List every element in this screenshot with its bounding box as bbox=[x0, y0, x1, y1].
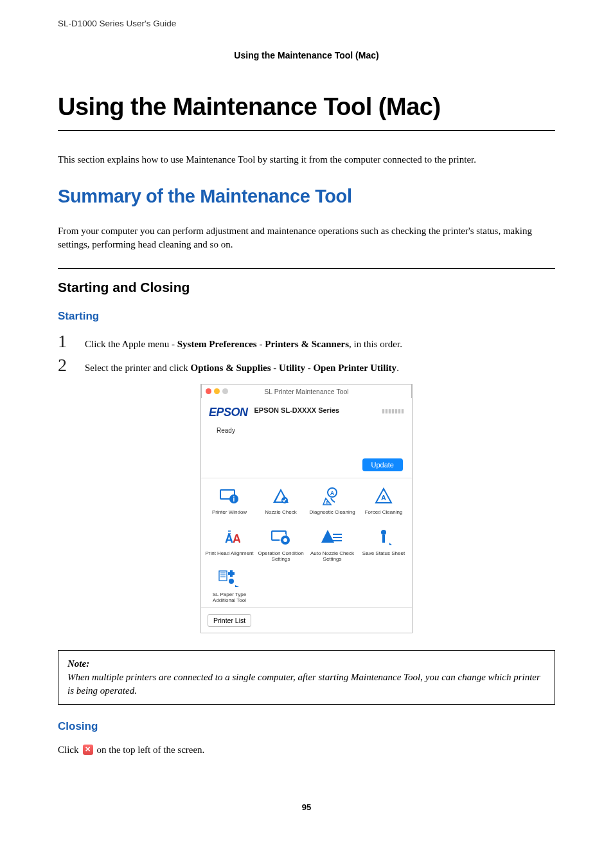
auto-nozzle-check-settings-icon bbox=[321, 527, 344, 548]
step-2-bold-3: Open Printer Utility bbox=[313, 363, 396, 373]
step-2-post: . bbox=[396, 363, 399, 373]
tile-sl-paper-type-label: SL Paper Type Additional Tool bbox=[204, 592, 255, 603]
step-2-mid2: - bbox=[305, 363, 314, 373]
step-1-mid1: - bbox=[257, 339, 265, 349]
svg-marker-39 bbox=[235, 585, 239, 587]
window-title: SL Printer Maintenance Tool bbox=[202, 387, 411, 397]
svg-text:A: A bbox=[381, 494, 386, 502]
svg-rect-27 bbox=[333, 537, 342, 538]
tile-forced-cleaning[interactable]: A Forced Cleaning bbox=[358, 486, 409, 521]
closing-pre: Click bbox=[58, 743, 79, 757]
tile-diagnostic-cleaning-label: Diagnostic Cleaning bbox=[309, 509, 355, 521]
tile-print-head-alignment[interactable]: A A Print Head Alignment bbox=[204, 527, 255, 562]
doc-section-label: Using the Maintenance Tool (Mac) bbox=[58, 50, 555, 62]
note-body: When multiple printers are connected to … bbox=[67, 671, 546, 698]
print-head-alignment-icon: A A bbox=[218, 527, 241, 548]
tile-auto-nozzle-check-settings[interactable]: Auto Nozzle Check Settings bbox=[306, 527, 358, 562]
minihead-closing: Closing bbox=[58, 719, 555, 734]
svg-text:i: i bbox=[233, 496, 235, 503]
save-status-sheet-icon bbox=[372, 527, 395, 548]
printer-window-icon: i bbox=[218, 486, 241, 507]
epson-logo: EPSON bbox=[209, 404, 248, 420]
step-1-post: , in this order. bbox=[349, 339, 402, 349]
close-icon: ✕ bbox=[83, 745, 93, 755]
svg-text:A: A bbox=[233, 532, 240, 545]
svg-point-29 bbox=[381, 530, 386, 535]
note-label: Note: bbox=[67, 657, 546, 671]
tile-save-status-sheet[interactable]: Save Status Sheet bbox=[358, 527, 409, 562]
tile-diagnostic-cleaning[interactable]: A A Diagnostic Cleaning bbox=[306, 486, 358, 521]
printer-model: EPSON SL-DXXXX Series bbox=[254, 404, 375, 415]
minihead-starting: Starting bbox=[58, 309, 555, 324]
printer-address: ▮▮▮▮▮▮▮ bbox=[382, 404, 404, 415]
step-2-number: 2 bbox=[58, 356, 85, 374]
svg-rect-28 bbox=[333, 540, 342, 541]
subhead-starting-closing: Starting and Closing bbox=[58, 268, 555, 296]
svg-point-38 bbox=[229, 579, 234, 584]
tile-printer-window[interactable]: i Printer Window bbox=[204, 486, 255, 521]
update-button[interactable]: Update bbox=[362, 458, 403, 471]
step-2-bold-2: Utility bbox=[279, 363, 305, 373]
window-titlebar[interactable]: SL Printer Maintenance Tool bbox=[201, 384, 412, 398]
note-box: Note: When multiple printers are connect… bbox=[58, 650, 555, 705]
forced-cleaning-icon: A bbox=[372, 486, 395, 507]
maintenance-tool-window: SL Printer Maintenance Tool EPSON EPSON … bbox=[200, 384, 413, 633]
section-summary-title: Summary of the Maintenance Tool bbox=[58, 183, 555, 210]
tile-operation-condition-settings[interactable]: Operation Condition Settings bbox=[255, 527, 306, 562]
nozzle-check-icon bbox=[269, 486, 292, 507]
tile-printer-window-label: Printer Window bbox=[212, 509, 247, 521]
tile-operation-condition-settings-label: Operation Condition Settings bbox=[255, 550, 306, 562]
operation-condition-settings-icon bbox=[269, 527, 292, 548]
tile-nozzle-check-label: Nozzle Check bbox=[265, 509, 296, 521]
page-title: Using the Maintenance Tool (Mac) bbox=[58, 90, 555, 131]
tile-sl-paper-type-additional-tool[interactable]: SL Paper Type Additional Tool bbox=[204, 568, 255, 603]
tile-nozzle-check[interactable]: Nozzle Check bbox=[255, 486, 306, 521]
svg-rect-37 bbox=[228, 572, 235, 575]
step-1-number: 1 bbox=[58, 332, 85, 350]
step-1-pre: Click the Apple menu - bbox=[85, 339, 177, 349]
svg-text:A: A bbox=[325, 500, 328, 505]
step-2-mid1: - bbox=[271, 363, 280, 373]
page-number: 95 bbox=[58, 802, 555, 813]
tile-print-head-alignment-label: Print Head Alignment bbox=[205, 550, 253, 562]
step-1-bold-2: Printers & Scanners bbox=[265, 339, 349, 349]
svg-marker-31 bbox=[389, 543, 392, 545]
status-text: Ready bbox=[217, 426, 403, 452]
printer-list-button[interactable]: Printer List bbox=[208, 614, 251, 627]
closing-post: on the top left of the screen. bbox=[97, 743, 205, 757]
step-2-text: Select the printer and click Options & S… bbox=[85, 361, 555, 375]
svg-text:A: A bbox=[330, 490, 335, 496]
tile-save-status-sheet-label: Save Status Sheet bbox=[362, 550, 405, 562]
intro-paragraph: This section explains how to use Mainten… bbox=[58, 153, 555, 167]
step-1-text: Click the Apple menu - System Preference… bbox=[85, 338, 555, 351]
svg-rect-30 bbox=[382, 535, 385, 543]
step-1-bold-1: System Preferences bbox=[177, 339, 257, 349]
tile-forced-cleaning-label: Forced Cleaning bbox=[365, 509, 403, 521]
step-2-bold-1: Options & Supplies bbox=[191, 363, 271, 373]
summary-paragraph: From your computer you can perform adjus… bbox=[58, 224, 555, 251]
svg-rect-32 bbox=[219, 571, 227, 581]
svg-rect-26 bbox=[333, 534, 342, 535]
svg-point-20 bbox=[283, 538, 287, 542]
closing-instruction: Click ✕ on the top left of the screen. bbox=[58, 743, 555, 757]
running-header: SL-D1000 Series User's Guide bbox=[58, 18, 555, 30]
diagnostic-cleaning-icon: A A bbox=[321, 486, 344, 507]
svg-marker-25 bbox=[321, 530, 334, 543]
tile-auto-nozzle-check-settings-label: Auto Nozzle Check Settings bbox=[306, 550, 358, 562]
sl-paper-type-icon bbox=[218, 568, 241, 589]
step-2-pre: Select the printer and click bbox=[85, 363, 191, 373]
step-1: 1 Click the Apple menu - System Preferen… bbox=[58, 332, 555, 351]
step-2: 2 Select the printer and click Options &… bbox=[58, 356, 555, 375]
